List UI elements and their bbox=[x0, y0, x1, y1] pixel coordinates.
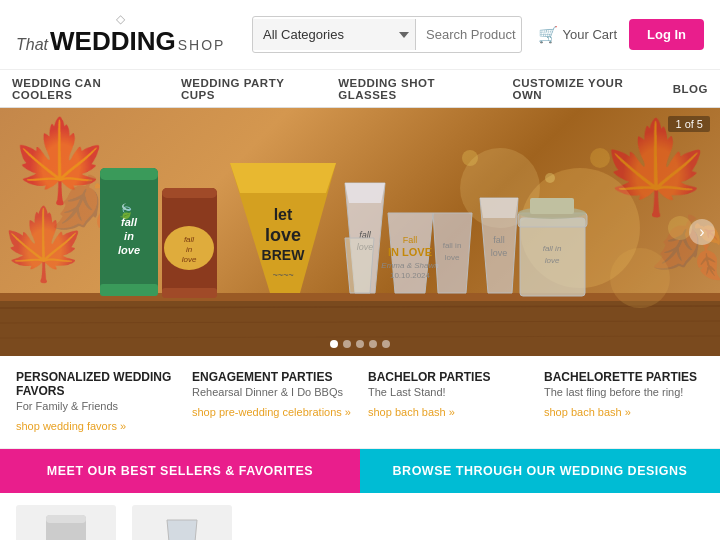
category-select[interactable]: All CategoriesWedding Can CoolersWedding… bbox=[253, 19, 416, 50]
category-title-2: ENGAGEMENT PARTIES bbox=[192, 370, 352, 384]
logo-that: That bbox=[16, 36, 48, 54]
svg-text:fall in: fall in bbox=[443, 241, 462, 250]
category-wedding-favors: PERSONALIZED WEDDING FAVORS For Family &… bbox=[16, 370, 176, 434]
svg-text:10.10.2024: 10.10.2024 bbox=[390, 271, 431, 280]
svg-text:~~~~: ~~~~ bbox=[272, 270, 293, 280]
svg-rect-21 bbox=[162, 188, 217, 198]
svg-text:IN LOVE: IN LOVE bbox=[388, 246, 432, 258]
svg-text:love: love bbox=[445, 253, 460, 262]
svg-text:Emma & Shawn: Emma & Shawn bbox=[381, 261, 439, 270]
svg-point-49 bbox=[590, 148, 610, 168]
cart-area: 🛒 Your Cart Log In bbox=[538, 19, 704, 50]
svg-text:in: in bbox=[124, 230, 134, 242]
svg-rect-15 bbox=[100, 284, 158, 296]
category-link-3[interactable]: shop bach bash » bbox=[368, 406, 455, 418]
nav-item-shot-glasses[interactable]: WEDDING SHOT GLASSES bbox=[326, 70, 500, 107]
categories-section: PERSONALIZED WEDDING FAVORS For Family &… bbox=[0, 356, 720, 449]
category-sub-3: The Last Stand! bbox=[368, 386, 528, 398]
category-sub-4: The last fling before the ring! bbox=[544, 386, 704, 398]
logo-wedding: WEDDING bbox=[50, 26, 176, 57]
svg-point-12 bbox=[610, 248, 670, 308]
category-title-1: PERSONALIZED WEDDING FAVORS bbox=[16, 370, 176, 398]
category-title-4: BACHELORETTE PARTIES bbox=[544, 370, 704, 384]
svg-rect-14 bbox=[100, 168, 158, 180]
diamond-icon: ◇ bbox=[16, 12, 225, 26]
svg-text:BREW: BREW bbox=[262, 247, 306, 263]
svg-text:let: let bbox=[274, 206, 293, 223]
best-sellers-banner[interactable]: MEET OUR BEST SELLERS & FAVORITES bbox=[0, 449, 360, 493]
nav-bar: WEDDING CAN COOLERS WEDDING PARTY CUPS W… bbox=[0, 70, 720, 108]
svg-text:love: love bbox=[265, 225, 301, 245]
category-sub-2: Rehearsal Dinner & I Do BBQs bbox=[192, 386, 352, 398]
hero-counter: 1 of 5 bbox=[668, 116, 710, 132]
category-link-1[interactable]: shop wedding favors » bbox=[16, 420, 126, 432]
svg-text:love: love bbox=[491, 248, 508, 258]
hero-dot-4[interactable] bbox=[369, 340, 377, 348]
hero-dot-3[interactable] bbox=[356, 340, 364, 348]
product-thumb-2[interactable] bbox=[132, 505, 232, 540]
svg-rect-22 bbox=[162, 288, 217, 298]
svg-text:fall: fall bbox=[184, 235, 194, 244]
svg-text:love: love bbox=[182, 255, 197, 264]
cart-link[interactable]: 🛒 Your Cart bbox=[538, 25, 617, 44]
svg-rect-42 bbox=[530, 198, 574, 214]
svg-text:🍃: 🍃 bbox=[117, 203, 135, 220]
hero-dots bbox=[330, 340, 390, 348]
logo: ◇ That WEDDING SHOP bbox=[16, 12, 236, 57]
svg-point-47 bbox=[462, 150, 478, 166]
nav-item-party-cups[interactable]: WEDDING PARTY CUPS bbox=[169, 70, 326, 107]
nav-item-blog[interactable]: BLOG bbox=[661, 70, 720, 107]
products-preview bbox=[0, 493, 720, 540]
bottom-banners: MEET OUR BEST SELLERS & FAVORITES BROWSE… bbox=[0, 449, 720, 493]
category-sub-1: For Family & Friends bbox=[16, 400, 176, 412]
svg-text:fall in: fall in bbox=[543, 244, 562, 253]
category-title-3: BACHELOR PARTIES bbox=[368, 370, 528, 384]
login-button[interactable]: Log In bbox=[629, 19, 704, 50]
svg-text:🍁: 🍁 bbox=[0, 203, 88, 286]
category-link-2[interactable]: shop pre-wedding celebrations » bbox=[192, 406, 351, 418]
hero-dot-5[interactable] bbox=[382, 340, 390, 348]
cart-icon: 🛒 bbox=[538, 25, 558, 44]
hero-dot-2[interactable] bbox=[343, 340, 351, 348]
logo-shop: SHOP bbox=[178, 37, 226, 53]
cart-label: Your Cart bbox=[563, 27, 617, 42]
wedding-designs-banner[interactable]: BROWSE THROUGH OUR WEDDING DESIGNS bbox=[360, 449, 720, 493]
header: ◇ That WEDDING SHOP All CategoriesWeddin… bbox=[0, 0, 720, 70]
svg-rect-52 bbox=[46, 515, 86, 523]
svg-text:Fall: Fall bbox=[403, 235, 418, 245]
nav-item-customize[interactable]: CUSTOMIZE YOUR OWN bbox=[501, 70, 661, 107]
svg-text:love: love bbox=[545, 256, 560, 265]
nav-item-can-coolers[interactable]: WEDDING CAN COOLERS bbox=[0, 70, 169, 107]
svg-point-48 bbox=[545, 173, 555, 183]
search-input[interactable] bbox=[416, 19, 522, 50]
category-bachelor: BACHELOR PARTIES The Last Stand! shop ba… bbox=[368, 370, 528, 434]
product-thumb-1[interactable] bbox=[16, 505, 116, 540]
svg-text:fall: fall bbox=[493, 235, 505, 245]
category-bachelorette: BACHELORETTE PARTIES The last fling befo… bbox=[544, 370, 704, 434]
category-engagement: ENGAGEMENT PARTIES Rehearsal Dinner & I … bbox=[192, 370, 352, 434]
search-bar: All CategoriesWedding Can CoolersWedding… bbox=[252, 16, 522, 53]
hero-banner: 🍁 🍂 🍁 🍁 🍂 fall in love 🍃 fall in bbox=[0, 108, 720, 356]
hero-next-button[interactable]: › bbox=[689, 219, 715, 245]
hero-illustration: 🍁 🍂 🍁 🍁 🍂 fall in love 🍃 fall in bbox=[0, 108, 720, 356]
svg-text:love: love bbox=[118, 244, 140, 256]
hero-dot-1[interactable] bbox=[330, 340, 338, 348]
svg-text:in: in bbox=[186, 245, 193, 254]
category-link-4[interactable]: shop bach bash » bbox=[544, 406, 631, 418]
